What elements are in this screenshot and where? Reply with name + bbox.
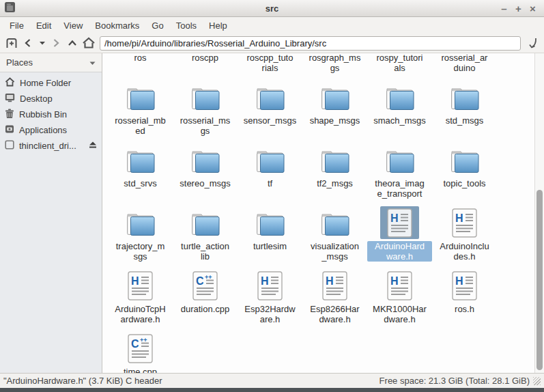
folder-item[interactable]: roscpp (173, 53, 238, 79)
menu-go[interactable]: Go (148, 19, 167, 32)
menu-help[interactable]: Help (205, 19, 231, 32)
eject-icon[interactable] (89, 141, 97, 151)
folder-item[interactable]: trajectory_m sgs (108, 205, 173, 268)
folder-icon (442, 81, 487, 113)
menu-tools[interactable]: Tools (173, 19, 200, 32)
close-button[interactable]: × (527, 3, 539, 14)
folder-item[interactable]: rosgraph_ms gs (302, 53, 367, 79)
folder-icon (313, 206, 358, 239)
folder-item[interactable]: std_msgs (432, 79, 497, 142)
back-button[interactable] (20, 36, 36, 51)
item-label: rosgraph_ms gs (308, 53, 362, 73)
app-icon (4, 1, 16, 16)
up-button[interactable] (64, 36, 81, 51)
window-title: src (0, 3, 544, 14)
folder-icon (377, 143, 423, 176)
window-controls: – + × (498, 3, 544, 14)
desktop-panel-edge (0, 388, 544, 392)
file-item[interactable]: C ++ duration.cpp (173, 268, 238, 331)
folder-item[interactable]: visualization _msgs (302, 205, 367, 268)
file-glyph: C ++ (192, 271, 218, 300)
folder-item[interactable]: rospy_tutori als (367, 53, 432, 79)
folder-icon (313, 143, 358, 176)
menu-file[interactable]: File (6, 19, 27, 32)
folder-item[interactable]: topic_tools (432, 142, 497, 205)
item-label: MKR1000Har dware.h (371, 304, 428, 324)
statusbar: "ArduinoHardware.h" (3.7 KiB) C header F… (0, 373, 544, 388)
folder-glyph (255, 209, 286, 237)
folder-glyph (125, 83, 156, 111)
sidebar-item-home[interactable]: Home Folder (0, 75, 102, 91)
folder-item[interactable]: smach_msgs (367, 79, 432, 142)
item-label: topic_tools (442, 178, 487, 188)
folder-item[interactable]: roscpp_tuto rials (238, 53, 302, 79)
folder-item[interactable]: tf (238, 142, 302, 205)
item-label: rospy_tutori als (375, 53, 425, 73)
item-label: rosserial_mb ed (113, 115, 167, 136)
folder-item[interactable]: rosserial_mb ed (108, 79, 173, 142)
minimize-button[interactable]: – (498, 3, 510, 14)
file-item[interactable]: H Esp8266Har dware.h (302, 268, 367, 331)
file-item[interactable]: H ros.h (432, 268, 497, 331)
sidebar-item-thinclient-drives[interactable]: thinclient_dri... (0, 138, 102, 154)
file-icon: H (380, 206, 419, 239)
menu-bookmarks[interactable]: Bookmarks (91, 19, 143, 32)
maximize-button[interactable]: + (513, 3, 524, 14)
folder-icon (248, 143, 293, 176)
folder-item[interactable]: tf2_msgs (302, 142, 367, 205)
sidebar-item-label: Applications (19, 125, 67, 135)
item-label: theora_imag e_transport (373, 178, 425, 199)
new-tab-button[interactable] (3, 36, 20, 51)
folder-item[interactable]: theora_imag e_transport (367, 142, 432, 205)
icon-view[interactable]: ros roscpp roscpp_tuto rials rosgraph_ms… (102, 53, 534, 373)
jump-down-arrow-icon (527, 37, 539, 50)
file-item[interactable]: C ++ time.cpp (108, 331, 173, 373)
sidebar-mode-selector[interactable]: Places (0, 53, 102, 72)
file-glyph: C ++ (128, 334, 153, 363)
sidebar-item-applications[interactable]: Applications (0, 122, 102, 138)
history-dropdown-button[interactable] (36, 36, 48, 51)
file-item[interactable]: H ArduinoTcpH ardware.h (108, 268, 173, 331)
folder-item[interactable]: rosserial_ar duino (432, 53, 497, 79)
item-label: visualization _msgs (309, 241, 360, 262)
resize-grip[interactable] (533, 377, 541, 385)
file-item[interactable]: H MKR1000Har dware.h (367, 268, 432, 331)
item-label: std_srvs (122, 178, 158, 188)
sidebar-item-rubbish-bin[interactable]: Rubbish Bin (0, 107, 102, 122)
folder-item[interactable]: sensor_msgs (238, 79, 302, 142)
folder-icon (442, 143, 487, 176)
file-glyph: H (257, 271, 283, 300)
home-button[interactable] (81, 36, 97, 51)
menu-edit[interactable]: Edit (33, 19, 55, 32)
folder-item[interactable]: turtle_action lib (173, 205, 238, 268)
path-input[interactable] (100, 36, 521, 51)
sidebar-item-desktop[interactable]: Desktop (0, 91, 102, 107)
folder-icon (183, 143, 228, 176)
folder-item[interactable]: ros (108, 53, 173, 79)
forward-button[interactable] (48, 36, 64, 51)
folder-item[interactable]: stereo_msgs (173, 142, 238, 205)
file-glyph: H (387, 208, 412, 238)
folder-icon (377, 81, 423, 113)
scrollbar-thumb[interactable] (536, 190, 543, 370)
status-free-space: Free space: 21.3 GiB (Total: 28.1 GiB) (380, 376, 530, 386)
folder-item[interactable]: shape_msgs (302, 79, 367, 142)
folder-item[interactable]: turtlesim (238, 205, 302, 268)
folder-glyph (384, 146, 416, 174)
vertical-scrollbar[interactable] (534, 53, 544, 373)
file-item[interactable]: H ArduinoInclu des.h (432, 205, 497, 268)
status-selection-info: "ArduinoHardware.h" (3.7 KiB) C header (3, 376, 162, 386)
menubar: File Edit View Bookmarks Go Tools Help (0, 17, 544, 33)
folder-item[interactable]: rosserial_ms gs (173, 79, 238, 142)
file-icon: H (121, 269, 160, 302)
file-item[interactable]: H ArduinoHard ware.h (367, 205, 432, 268)
sidebar-header-label: Places (6, 57, 33, 68)
file-item[interactable]: H Esp32Hardw are.h (238, 268, 302, 331)
item-label: Esp32Hardw are.h (243, 304, 296, 324)
go-button[interactable] (524, 36, 541, 51)
svg-text:H: H (455, 275, 463, 287)
folder-item[interactable]: std_srvs (108, 142, 173, 205)
folder-icon (118, 206, 163, 239)
chevron-down-icon (89, 57, 96, 68)
menu-view[interactable]: View (60, 19, 86, 32)
